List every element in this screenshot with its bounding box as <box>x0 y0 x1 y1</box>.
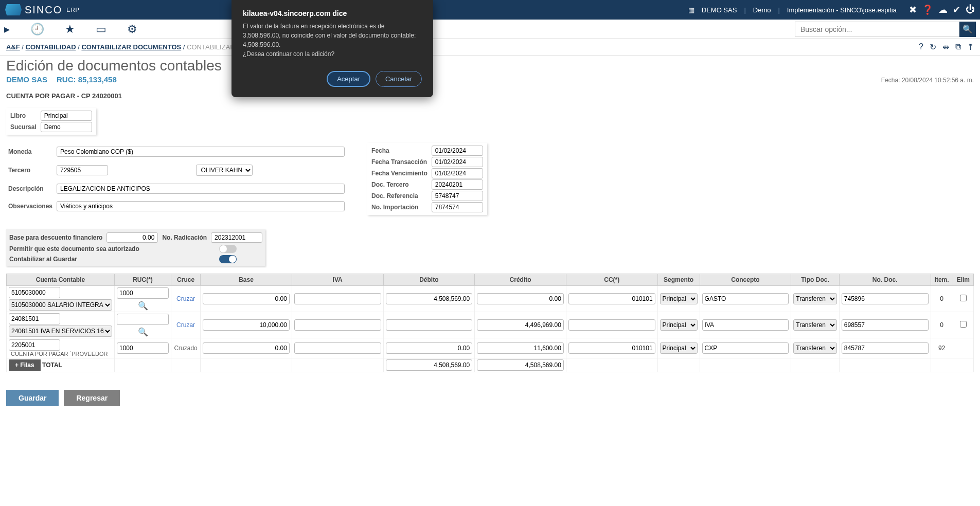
debito-field[interactable] <box>386 293 473 304</box>
concepto-field[interactable] <box>702 319 789 331</box>
cuenta-desc-select[interactable]: 24081501 IVA EN SERVICIOS 16% <box>9 326 112 337</box>
split-icon[interactable]: ⇹ <box>942 42 949 52</box>
contabilizar-toggle[interactable] <box>219 255 237 263</box>
search-icon[interactable]: 🔍 <box>138 328 148 336</box>
iva-field[interactable] <box>294 319 381 331</box>
no-import-field[interactable] <box>432 202 483 212</box>
col-0: Cuenta Contable <box>7 274 115 286</box>
collapse-icon[interactable]: ⤒ <box>967 42 974 52</box>
base-field[interactable] <box>203 342 290 354</box>
topbar: SINCO ERP ▦ DEMO SAS | Demo | Implementa… <box>0 0 980 20</box>
ruc-field[interactable] <box>117 314 169 325</box>
cuenta-field[interactable] <box>9 313 60 324</box>
clock-icon[interactable]: 🕘 <box>30 23 44 36</box>
refresh-icon[interactable]: ↻ <box>930 42 936 52</box>
cruzado-text: Cruzado <box>174 345 197 352</box>
iva-field[interactable] <box>294 293 381 304</box>
cuenta-field[interactable] <box>9 339 60 351</box>
guardar-button[interactable]: Guardar <box>6 390 59 406</box>
add-rows-button[interactable]: + Filas <box>9 359 41 371</box>
moneda-field[interactable] <box>57 147 345 157</box>
fecha-venc-field[interactable] <box>432 168 483 178</box>
observaciones-field[interactable] <box>57 201 345 211</box>
concepto-field[interactable] <box>702 342 789 354</box>
check-icon[interactable]: ✔ <box>953 4 960 15</box>
apps-icon[interactable]: ▦ <box>688 6 694 14</box>
gear-icon[interactable]: ⚙ <box>127 23 137 36</box>
base-desc-field[interactable] <box>106 232 158 243</box>
cloud-icon[interactable]: ☁ <box>938 4 948 15</box>
brand-text: SINCO <box>25 4 62 16</box>
popout-icon[interactable]: ⧉ <box>955 42 961 52</box>
cc-field[interactable] <box>568 319 655 331</box>
tipodoc-select[interactable]: Transferen <box>793 319 837 331</box>
no-rad-label: No. Radicación <box>162 234 207 241</box>
dialog-accept-button[interactable]: Aceptar <box>327 71 370 87</box>
permitir-toggle[interactable] <box>219 245 237 253</box>
company-link[interactable]: DEMO SAS <box>702 6 737 14</box>
ruc-field[interactable] <box>117 342 169 354</box>
doc-tercero-field[interactable] <box>432 179 483 190</box>
credito-field[interactable] <box>477 342 564 354</box>
bc-0[interactable]: A&F <box>6 43 20 51</box>
sucursal-field[interactable] <box>41 122 92 132</box>
fecha-field[interactable] <box>432 146 483 156</box>
table-row: 24081501 IVA EN SERVICIOS 16%🔍CruzarPrin… <box>7 312 974 338</box>
concepto-field[interactable] <box>702 293 789 304</box>
debito-field[interactable] <box>386 319 473 331</box>
tercero-code-field[interactable] <box>57 165 108 175</box>
cuenta-field[interactable] <box>9 287 60 298</box>
ruc-field[interactable] <box>117 287 169 299</box>
tools-icon[interactable]: ✖ <box>909 4 917 15</box>
cruzar-link[interactable]: Cruzar <box>176 321 195 329</box>
elim-check[interactable] <box>960 321 967 328</box>
no-rad-field[interactable] <box>211 232 262 243</box>
total-credito <box>477 359 564 371</box>
base-field[interactable] <box>203 293 290 304</box>
search-icon[interactable]: 🔍 <box>138 301 148 310</box>
nodoc-field[interactable] <box>842 342 929 354</box>
segmento-select[interactable]: Principal <box>660 319 698 331</box>
bc-2[interactable]: CONTABILIZAR DOCUMENTOS <box>81 43 181 51</box>
power-icon[interactable]: ⏻ <box>966 4 975 15</box>
bc-1[interactable]: CONTABILIDAD <box>26 43 76 51</box>
libro-field[interactable] <box>41 111 92 121</box>
segmento-select[interactable]: Principal <box>660 293 698 304</box>
cc-field[interactable] <box>568 342 655 354</box>
help-icon[interactable]: ❓ <box>922 4 933 15</box>
iva-field[interactable] <box>294 342 381 354</box>
table-row: 5105030000 SALARIO INTEGRAL🔍CruzarPrinci… <box>7 286 974 312</box>
star-icon[interactable]: ★ <box>65 23 75 36</box>
archive-icon[interactable]: ▭ <box>96 23 106 36</box>
env-link[interactable]: Demo <box>753 6 771 14</box>
descripcion-field[interactable] <box>57 184 345 194</box>
base-field[interactable] <box>203 319 290 331</box>
debito-field[interactable] <box>386 342 473 354</box>
dialog-line1: El valor de la factura en recepción elec… <box>243 22 422 49</box>
tercero-name-select[interactable]: OLIVER KAHN <box>196 165 253 176</box>
fecha-venc-label: Fecha Vencimiento <box>369 168 430 179</box>
credito-field[interactable] <box>477 319 564 331</box>
segmento-select[interactable]: Principal <box>660 342 698 354</box>
doc-reference: CUENTA POR PAGAR - CP 24020001 <box>0 88 980 104</box>
doc-ref-field[interactable] <box>432 191 483 201</box>
tipodoc-select[interactable]: Transferen <box>793 342 837 354</box>
tipodoc-select[interactable]: Transferen <box>793 293 837 304</box>
nodoc-field[interactable] <box>842 293 929 304</box>
fecha-trans-field[interactable] <box>432 157 483 167</box>
col-12: Item. <box>931 274 953 286</box>
regresar-button[interactable]: Regresar <box>64 390 120 406</box>
entries-grid: Cuenta ContableRUC(*)CruceBaseIVADébitoC… <box>6 274 974 372</box>
dialog-cancel-button[interactable]: Cancelar <box>376 71 422 87</box>
search-input[interactable] <box>795 22 959 37</box>
cruzar-link[interactable]: Cruzar <box>176 295 195 302</box>
credito-field[interactable] <box>477 293 564 304</box>
user-link[interactable]: Implementación - SINCO\jose.espitia <box>787 6 897 14</box>
search-button[interactable]: 🔍 <box>959 22 976 37</box>
cc-field[interactable] <box>568 293 655 304</box>
nodoc-field[interactable] <box>842 319 929 331</box>
menu-toggle-icon[interactable]: ▸ <box>4 23 10 36</box>
elim-check[interactable] <box>960 295 967 301</box>
help-box-icon[interactable]: ? <box>919 42 923 52</box>
cuenta-desc-select[interactable]: 5105030000 SALARIO INTEGRAL <box>9 299 112 311</box>
